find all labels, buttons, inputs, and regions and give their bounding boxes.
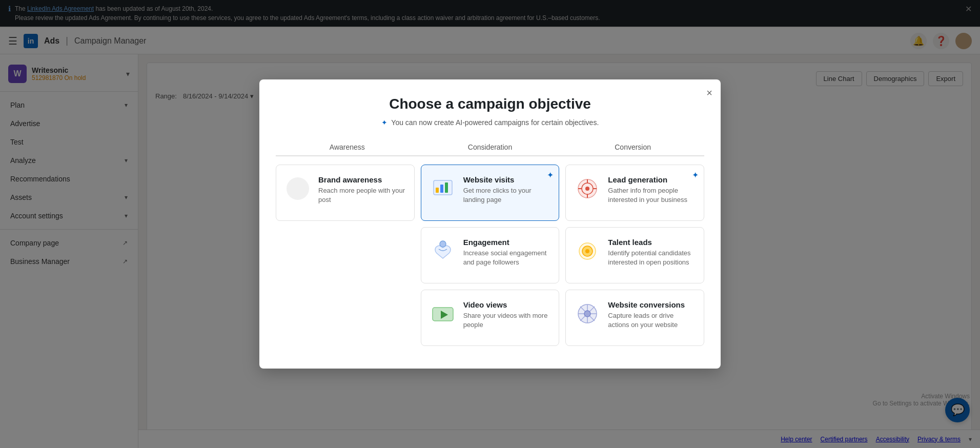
svg-rect-5 — [445, 182, 448, 193]
website-conversions-desc: Capture leads or drive actions on your w… — [608, 311, 696, 330]
modal-subtitle: ✦ You can now create AI-powered campaign… — [276, 118, 704, 127]
talent-leads-text: Talent leads Identify potential candidat… — [608, 238, 696, 267]
svg-point-24 — [584, 311, 590, 317]
ai-star-icon: ✦ — [381, 118, 387, 127]
website-visits-ai-badge: ✦ — [547, 170, 554, 180]
objective-grid: 📢 Brand awareness Reach more people with… — [276, 165, 704, 346]
svg-rect-3 — [436, 188, 439, 193]
website-visits-text: Website visits Get more clicks to your l… — [463, 175, 551, 205]
category-awareness: Awareness — [276, 139, 419, 156]
website-visits-desc: Get more clicks to your landing page — [463, 186, 551, 205]
category-consideration: Consideration — [419, 139, 562, 156]
lead-generation-title: Lead generation — [608, 175, 696, 184]
website-conversions-title: Website conversions — [608, 300, 696, 309]
lead-generation-icon — [574, 175, 601, 202]
brand-awareness-desc: Reach more people with your post — [318, 186, 406, 205]
engagement-title: Engagement — [463, 238, 551, 247]
website-conversions-text: Website conversions Capture leads or dri… — [608, 300, 696, 330]
objective-engagement[interactable]: Engagement Increase social engagement an… — [421, 227, 560, 283]
talent-leads-icon — [574, 238, 601, 264]
video-views-desc: Share your videos with more people — [463, 311, 551, 330]
brand-awareness-text: Brand awareness Reach more people with y… — [318, 175, 406, 205]
svg-point-0 — [287, 177, 309, 200]
website-conversions-icon — [574, 300, 601, 327]
brand-awareness-icon: 📢 — [284, 175, 311, 202]
category-conversion: Conversion — [561, 139, 704, 156]
website-visits-title: Website visits — [463, 175, 551, 184]
objective-video-views[interactable]: Video views Share your videos with more … — [421, 290, 560, 346]
lead-generation-ai-badge: ✦ — [692, 170, 699, 180]
campaign-objective-modal: × Choose a campaign objective ✦ You can … — [259, 79, 721, 369]
video-views-text: Video views Share your videos with more … — [463, 300, 551, 330]
engagement-text: Engagement Increase social engagement an… — [463, 238, 551, 267]
svg-point-8 — [585, 187, 589, 191]
engagement-desc: Increase social engagement and page foll… — [463, 249, 551, 267]
talent-leads-title: Talent leads — [608, 238, 696, 247]
objective-lead-generation[interactable]: Lead generation Gather info from people … — [565, 165, 704, 221]
objective-talent-leads[interactable]: Talent leads Identify potential candidat… — [565, 227, 704, 283]
svg-rect-4 — [440, 185, 443, 193]
objective-brand-awareness[interactable]: 📢 Brand awareness Reach more people with… — [276, 165, 415, 221]
talent-leads-desc: Identify potential candidates interested… — [608, 249, 696, 267]
lead-generation-desc: Gather info from people interested in yo… — [608, 186, 696, 205]
empty-awareness-slot — [276, 227, 415, 283]
svg-point-13 — [440, 241, 446, 247]
modal-overlay: × Choose a campaign objective ✦ You can … — [0, 0, 980, 448]
category-headers: Awareness Consideration Conversion — [276, 139, 704, 156]
video-views-title: Video views — [463, 300, 551, 309]
objective-website-conversions[interactable]: Website conversions Capture leads or dri… — [565, 290, 704, 346]
website-visits-icon — [430, 175, 456, 202]
video-views-icon — [430, 300, 456, 327]
objective-website-visits[interactable]: Website visits Get more clicks to your l… — [421, 165, 560, 221]
engagement-icon — [430, 238, 456, 264]
modal-title: Choose a campaign objective — [276, 96, 704, 112]
modal-subtitle-text: You can now create AI-powered campaigns … — [391, 118, 599, 127]
svg-point-16 — [585, 249, 589, 253]
empty-awareness-slot-2 — [276, 290, 415, 346]
brand-awareness-title: Brand awareness — [318, 175, 406, 184]
modal-close-button[interactable]: × — [706, 88, 712, 98]
lead-generation-text: Lead generation Gather info from people … — [608, 175, 696, 205]
